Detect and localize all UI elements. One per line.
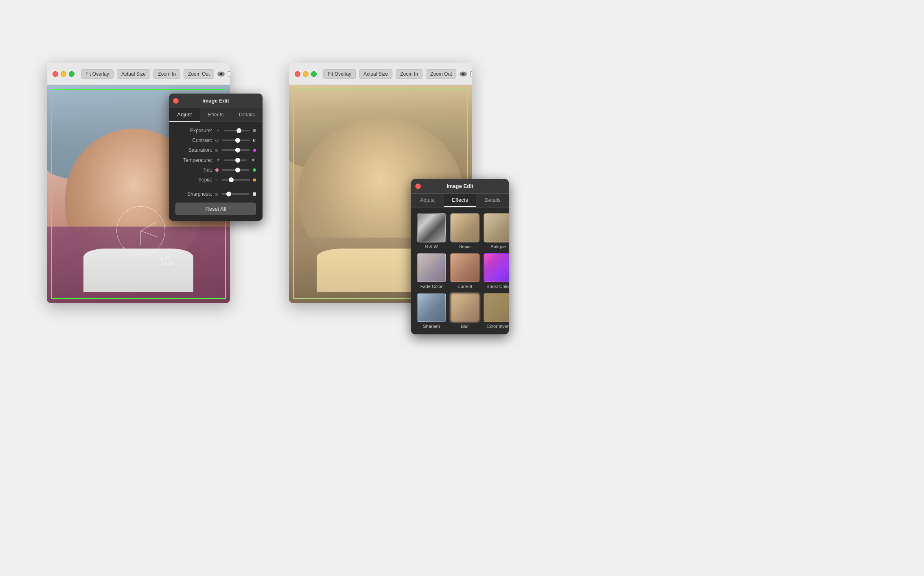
left-actual-size-button[interactable]: Actual Size [117, 69, 150, 79]
effect-color-invert[interactable]: Color Invert [484, 293, 509, 329]
effect-bw-label: B & W [425, 244, 438, 249]
right-image-edit-dialog: Image Edit Adjust Effects Details B & W … [411, 179, 509, 334]
left-eye-icon[interactable] [217, 70, 225, 79]
right-minimize-button[interactable] [303, 71, 309, 77]
left-minimize-button[interactable] [61, 71, 66, 77]
left-angle-display: 8.7° △31.0 [161, 256, 173, 266]
right-toolbar: Fit Overlay Actual Size Zoom In Zoom Out… [289, 63, 472, 85]
effect-blur-label: Blur [461, 324, 469, 329]
left-tint-row: Tint: [175, 167, 256, 173]
left-toolbar: Fit Overlay Actual Size Zoom In Zoom Out… [47, 63, 230, 85]
left-sepia-icon-left [215, 179, 218, 181]
left-temperature-icon-left: ☀ [215, 157, 221, 163]
effect-sharpen[interactable]: Sharpen [417, 293, 446, 329]
effect-bw[interactable]: B & W [417, 213, 446, 249]
left-contrast-track[interactable] [222, 140, 250, 141]
left-tint-icon-right [253, 168, 256, 172]
left-tab-details[interactable]: Details [231, 108, 263, 122]
effect-boost-color[interactable]: Boost Color [484, 253, 509, 289]
left-zoom-in-button[interactable]: Zoom In [153, 69, 180, 79]
left-fullscreen-button[interactable] [69, 71, 74, 77]
left-exposure-track[interactable] [224, 130, 250, 131]
effect-sepia-thumb [450, 213, 480, 242]
left-dialog-title: Image Edit [202, 98, 229, 104]
right-eye-icon[interactable] [460, 70, 467, 79]
left-sepia-row: Sepia: [175, 177, 256, 183]
left-tab-adjust[interactable]: Adjust [169, 108, 200, 122]
right-dialog-title: Image Edit [447, 183, 473, 189]
right-zoom-in-button[interactable]: Zoom In [396, 69, 423, 79]
right-close-button[interactable] [295, 71, 300, 77]
left-saturation-icon-left [215, 149, 218, 152]
effect-antique-label: Antique [490, 244, 506, 249]
left-exposure-icon-right [253, 129, 256, 132]
left-tab-effects[interactable]: Effects [200, 108, 232, 122]
left-image-edit-dialog: Image Edit Adjust Effects Details Exposu… [169, 94, 263, 221]
effect-sepia-label: Sepia [459, 244, 471, 249]
right-traffic-lights [295, 71, 317, 77]
left-sepia-icon-right [253, 179, 256, 181]
left-sharpness-section: Sharpness: [175, 187, 256, 197]
right-rotate-mode-checkbox[interactable] [470, 71, 472, 76]
left-exposure-row: Exposure: ✕ [175, 128, 256, 133]
left-tint-label: Tint: [175, 167, 212, 173]
effect-fade-color-thumb [417, 253, 446, 282]
left-saturation-label: Saturation: [175, 147, 212, 153]
left-traffic-lights [53, 71, 74, 77]
effect-fade-color[interactable]: Fade Color [417, 253, 446, 289]
left-sharpness-icon-left [215, 193, 218, 196]
left-contrast-row: Contrast: [175, 137, 256, 143]
left-rotate-mode-checkbox[interactable] [228, 71, 230, 76]
effect-boost-color-thumb [484, 253, 509, 282]
left-dialog-tabs: Adjust Effects Details [169, 108, 263, 122]
left-rotate-mode-group: Rotate Mode [228, 69, 230, 79]
left-sharpness-track[interactable] [221, 193, 250, 195]
left-sharpness-row: Sharpness: [175, 191, 256, 197]
effect-antique-thumb [484, 213, 509, 242]
left-saturation-icon-right [253, 149, 256, 152]
left-saturation-row: Saturation: [175, 147, 256, 153]
left-sepia-track[interactable] [221, 179, 250, 181]
right-fit-overlay-button[interactable]: Fit Overlay [323, 69, 356, 79]
right-tab-adjust[interactable]: Adjust [411, 194, 444, 207]
effect-fade-color-label: Fade Color [420, 284, 442, 289]
left-temperature-label: Temperature: [175, 157, 212, 163]
left-contrast-label: Contrast: [175, 137, 212, 143]
left-contrast-icon-right [253, 139, 256, 142]
effect-sharpen-label: Sharpen [423, 324, 440, 329]
left-rotation-indicator: 8.7° △31.0 [116, 206, 165, 255]
left-close-button[interactable] [53, 71, 58, 77]
left-tint-track[interactable] [222, 169, 250, 171]
right-zoom-out-button[interactable]: Zoom Out [426, 69, 456, 79]
svg-point-3 [462, 73, 464, 75]
right-dialog-close-button[interactable] [415, 183, 421, 189]
left-zoom-out-button[interactable]: Zoom Out [184, 69, 214, 79]
right-actual-size-button[interactable]: Actual Size [359, 69, 392, 79]
left-temperature-track[interactable] [224, 159, 247, 161]
left-dialog-close-button[interactable] [173, 98, 179, 104]
effect-blur[interactable]: Blur [450, 293, 480, 329]
effect-blur-thumb [450, 293, 480, 322]
left-sepia-label: Sepia: [175, 177, 212, 183]
right-tab-details[interactable]: Details [476, 194, 509, 207]
left-saturation-track[interactable] [221, 149, 250, 151]
left-fit-overlay-button[interactable]: Fit Overlay [81, 69, 114, 79]
effect-current[interactable]: Current [450, 253, 480, 289]
right-tab-effects[interactable]: Effects [444, 194, 476, 207]
right-effects-grid: B & W Sepia Antique Fade Color Current [411, 207, 509, 334]
right-fullscreen-button[interactable] [311, 71, 317, 77]
effect-sepia[interactable]: Sepia [450, 213, 480, 249]
effect-color-invert-thumb [484, 293, 509, 322]
left-sharpness-icon-right [253, 192, 256, 196]
left-contrast-icon-left [215, 139, 219, 142]
left-sharpness-label: Sharpness: [175, 191, 212, 197]
left-reset-all-button[interactable]: Reset All [175, 203, 256, 215]
effect-color-invert-label: Color Invert [487, 324, 509, 329]
left-dialog-titlebar: Image Edit [169, 94, 263, 108]
effect-boost-color-label: Boost Color [486, 284, 509, 289]
left-temperature-row: Temperature: ☀ ☀ [175, 157, 256, 163]
effect-antique[interactable]: Antique [484, 213, 509, 249]
right-dialog-titlebar: Image Edit [411, 179, 509, 194]
left-exposure-icon-left: ✕ [215, 129, 221, 133]
effect-sharpen-thumb [417, 293, 446, 322]
